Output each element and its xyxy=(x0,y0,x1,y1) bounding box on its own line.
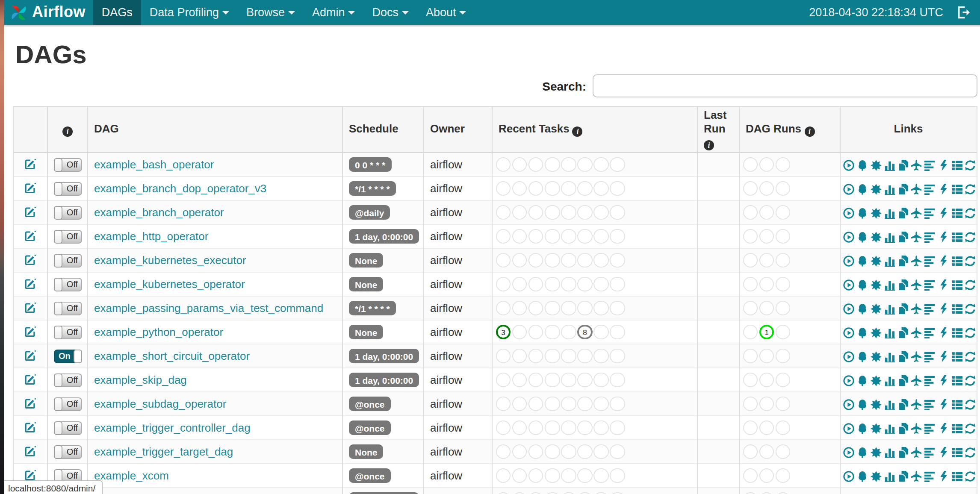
tasks-duration-icon[interactable] xyxy=(884,160,895,171)
tasks-duration-icon[interactable] xyxy=(884,256,895,267)
dag-link[interactable]: example_xcom xyxy=(94,469,169,482)
edit-dag-icon[interactable] xyxy=(25,421,36,432)
dag-run-state-circle[interactable] xyxy=(776,277,791,292)
edit-dag-icon[interactable] xyxy=(25,469,36,480)
refresh-icon[interactable] xyxy=(965,184,976,195)
dag-run-state-circle[interactable] xyxy=(743,325,758,340)
task-state-circle[interactable] xyxy=(496,468,511,483)
trigger-dag-icon[interactable] xyxy=(844,423,855,434)
header-pause-info[interactable]: i xyxy=(47,106,88,153)
task-state-circle[interactable] xyxy=(528,492,543,494)
landing-times-icon[interactable] xyxy=(911,423,922,434)
task-tries-icon[interactable] xyxy=(897,208,909,219)
tree-view-icon[interactable] xyxy=(857,303,868,315)
dag-run-state-circle[interactable] xyxy=(759,253,774,268)
dag-run-state-circle[interactable] xyxy=(743,277,758,292)
task-state-circle[interactable] xyxy=(512,253,527,268)
gantt-view-icon[interactable] xyxy=(924,375,936,386)
trigger-dag-icon[interactable] xyxy=(844,471,855,482)
dag-link[interactable]: example_passing_params_via_test_command xyxy=(94,302,323,315)
trigger-dag-icon[interactable] xyxy=(844,351,855,362)
tree-view-icon[interactable] xyxy=(857,327,868,338)
task-tries-icon[interactable] xyxy=(897,279,909,291)
task-state-circle[interactable] xyxy=(594,349,609,364)
task-state-circle[interactable] xyxy=(496,373,511,388)
task-state-circle[interactable] xyxy=(545,468,560,483)
tree-view-icon[interactable] xyxy=(857,208,868,219)
task-state-circle[interactable] xyxy=(512,205,527,220)
task-state-circle[interactable] xyxy=(610,468,625,483)
task-state-circle[interactable] xyxy=(610,301,625,316)
dag-link[interactable]: example_bash_operator xyxy=(94,158,214,171)
trigger-dag-icon[interactable] xyxy=(844,303,855,315)
task-state-circle[interactable] xyxy=(610,373,625,388)
dag-run-state-circle[interactable] xyxy=(776,444,791,459)
task-state-circle[interactable] xyxy=(528,301,543,316)
code-view-icon[interactable] xyxy=(938,232,949,243)
dag-run-state-circle[interactable] xyxy=(759,492,774,494)
nav-item-browse[interactable]: Browse xyxy=(238,0,304,25)
schedule-badge[interactable]: None xyxy=(349,325,384,339)
task-state-circle[interactable] xyxy=(512,157,527,172)
gantt-view-icon[interactable] xyxy=(924,351,936,362)
task-state-circle[interactable]: 8 xyxy=(578,325,593,340)
code-view-icon[interactable] xyxy=(938,351,949,362)
tasks-duration-icon[interactable] xyxy=(884,399,895,410)
task-tries-icon[interactable] xyxy=(897,327,909,338)
dag-details-icon[interactable] xyxy=(951,399,962,410)
edit-dag-icon[interactable] xyxy=(25,301,36,312)
task-tries-icon[interactable] xyxy=(897,375,909,386)
task-state-circle[interactable] xyxy=(610,181,625,196)
task-state-circle[interactable] xyxy=(496,420,511,435)
refresh-icon[interactable] xyxy=(965,160,976,171)
task-state-circle[interactable] xyxy=(545,277,560,292)
schedule-badge[interactable]: None xyxy=(349,253,384,268)
task-state-circle[interactable] xyxy=(496,205,511,220)
task-state-circle[interactable] xyxy=(512,397,527,412)
landing-times-icon[interactable] xyxy=(911,351,922,362)
task-state-circle[interactable] xyxy=(512,349,527,364)
task-state-circle[interactable] xyxy=(594,373,609,388)
edit-dag-icon[interactable] xyxy=(25,445,36,456)
gantt-view-icon[interactable] xyxy=(924,327,936,338)
gantt-view-icon[interactable] xyxy=(924,399,936,410)
dag-details-icon[interactable] xyxy=(951,279,962,291)
logout-icon[interactable] xyxy=(957,6,970,19)
schedule-badge[interactable]: @once xyxy=(349,468,391,483)
task-state-circle[interactable]: 3 xyxy=(496,325,511,340)
task-state-circle[interactable] xyxy=(594,468,609,483)
edit-dag-icon[interactable] xyxy=(25,349,36,360)
nav-item-admin[interactable]: Admin xyxy=(304,0,364,25)
refresh-icon[interactable] xyxy=(965,471,976,482)
task-state-circle[interactable] xyxy=(545,157,560,172)
task-tries-icon[interactable] xyxy=(897,303,909,315)
task-state-circle[interactable] xyxy=(561,277,576,292)
gantt-view-icon[interactable] xyxy=(924,208,936,219)
dag-run-state-circle[interactable] xyxy=(743,373,758,388)
landing-times-icon[interactable] xyxy=(911,471,922,482)
landing-times-icon[interactable] xyxy=(911,327,922,338)
header-recent-tasks[interactable]: Recent Tasks i xyxy=(492,106,697,153)
landing-times-icon[interactable] xyxy=(911,184,922,195)
dag-link[interactable]: example_kubernetes_operator xyxy=(94,278,245,291)
refresh-icon[interactable] xyxy=(965,351,976,362)
nav-item-docs[interactable]: Docs xyxy=(364,0,418,25)
trigger-dag-icon[interactable] xyxy=(844,160,855,171)
dag-run-state-circle[interactable] xyxy=(759,349,774,364)
task-state-circle[interactable] xyxy=(528,373,543,388)
schedule-badge[interactable]: @daily xyxy=(349,205,390,220)
refresh-icon[interactable] xyxy=(965,447,976,458)
dag-run-state-circle[interactable] xyxy=(776,397,791,412)
tree-view-icon[interactable] xyxy=(857,471,868,482)
task-state-circle[interactable] xyxy=(610,325,625,340)
task-state-circle[interactable] xyxy=(545,253,560,268)
tree-view-icon[interactable] xyxy=(857,423,868,434)
edit-dag-icon[interactable] xyxy=(25,182,36,193)
dag-run-state-circle[interactable] xyxy=(776,468,791,483)
dag-run-state-circle[interactable] xyxy=(759,277,774,292)
edit-dag-icon[interactable] xyxy=(25,277,36,288)
dag-details-icon[interactable] xyxy=(951,184,962,195)
dag-run-state-circle[interactable] xyxy=(743,157,758,172)
task-state-circle[interactable] xyxy=(594,157,609,172)
trigger-dag-icon[interactable] xyxy=(844,279,855,291)
